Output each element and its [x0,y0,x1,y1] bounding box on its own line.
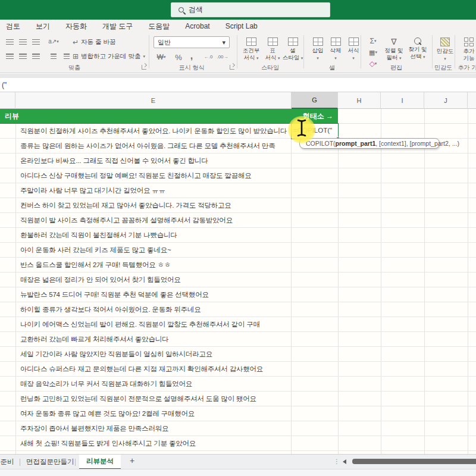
sheet-tab-review-analysis[interactable]: 리뷰분석 [79,455,121,469]
sheet-tab-partial[interactable]: 사준비 [0,455,14,469]
column-header-k[interactable] [468,92,476,109]
ribbon: a↗▾ ↵ 자동 줄 바꿈 ⊞ 병합하고 가운데 맞춤 ▾ 맞춤 일반▾ ₩▾ … [0,33,476,73]
column-headers: E G H I J [0,92,476,109]
review-row[interactable]: 직원분이 친절하게 사이즈 추천해주셔서 좋았어요. 나이키 운동화 할인도 많… [0,124,476,139]
merge-center-icon: ⊞ [73,53,79,60]
autosum-button[interactable]: Σ▾ [364,36,382,46]
column-header-i[interactable]: I [381,92,424,109]
conditional-formatting-button[interactable]: 조건부서식 ▾ [240,37,262,61]
review-cell-text: 아이 운동화 사러 갔는데 키즈 제품도 많고 좋네요~ [20,246,171,255]
review-cell-text: 환불하러 갔는데 직원이 불친절해서 기분 나빴습니다 [20,231,177,240]
increase-indent-button[interactable] [61,51,73,61]
sensitivity-button[interactable]: 민감도▾ [434,37,456,62]
review-row[interactable]: 세일 기간이라 사람 많았지만 직원분들이 열심히 일하시더라고요 [0,347,476,362]
merge-center-button[interactable]: ⊞ 병합하고 가운데 맞춤 ▾ [73,52,145,61]
formula-bar[interactable]: (" [0,78,476,92]
addins-icon [464,37,474,46]
review-row[interactable]: 아디다스 슈퍼스타 재고 문의했는데 다른 지점 재고까지 확인해주셔서 감사했… [0,362,476,377]
format-as-table-icon [268,37,278,46]
delete-cells-icon [331,37,341,46]
review-cell-text: 매장은 넓은데 정리가 안 되어 있어서 찾기 힘들었어요 [20,275,181,284]
group-label-styles: 스타일 [261,64,279,72]
column-header-e[interactable]: E [15,92,292,109]
fill-button[interactable]: ▦▾ [364,47,382,58]
conditional-formatting-icon [246,37,256,46]
align-middle-button[interactable] [17,36,29,47]
align-top-button[interactable] [4,36,15,47]
align-left-button[interactable] [4,51,15,61]
group-label-number: 표시 형식 [179,64,205,72]
wrap-text-button[interactable]: ↵ 자동 줄 바꿈 [73,38,115,46]
wrap-text-icon: ↵ [73,39,79,46]
formula-bar-text: (" [0,81,7,89]
review-row[interactable]: 주차장이 좁아서 불편했지만 제품은 만족스러워요 [0,421,476,436]
accounting-format-button[interactable]: ₩▾ [154,52,169,62]
ribbon-tab-6[interactable]: Script Lab [226,22,258,30]
review-row[interactable]: 매장 음악소리가 너무 커서 직원분과 대화하기 힘들었어요 [0,377,476,392]
review-cell-text: 매장 음악소리가 너무 커서 직원분과 대화하기 힘들었어요 [20,380,192,389]
cell-styles-button[interactable]: 셀스타일 ▾ [282,37,303,61]
ribbon-tab-2[interactable]: 자동화 [65,21,87,32]
review-row[interactable]: 반스 올드스쿨 할인해서 2개 구매! 득템했어요 ㅎㅎ [0,258,476,273]
number-format-dropdown[interactable]: 일반▾ [154,36,230,48]
review-row[interactable]: 하이힐 종류가 생각보다 적어서 아쉬웠어요. 운동화 위주네요 [0,302,476,317]
status-bar [0,469,476,476]
group-label-sensitivity: 민감도 [434,64,452,72]
table-header-empty[interactable] [338,109,476,124]
hscroll-left-arrow[interactable] [343,459,346,464]
ribbon-tab-0[interactable]: 검토 [6,21,20,32]
review-row[interactable]: 런닝화 고민하고 있었는데 직원분이 전문적으로 설명해주셔서 도움 많이 됐어… [0,392,476,406]
ribbon-tab-4[interactable]: 도움말 [148,21,170,32]
add-sheet-button[interactable]: + [130,456,134,465]
ribbon-tab-5[interactable]: Acrobat [185,22,209,30]
sheet-tab-bar: 사준비 면접질문만들기 리뷰분석 + ⋮ [0,454,476,469]
decrease-indent-button[interactable] [48,51,60,61]
percent-style-button[interactable]: % [173,52,184,62]
decrease-decimal-button[interactable]: .00→ [215,52,230,62]
sheet-tab-interview[interactable]: 면접질문만들기 [26,455,74,469]
review-row[interactable]: 컨버스 하이 찾고 있었는데 재고 많아서 좋았습니다. 가격도 적당하고요 [0,198,476,213]
review-cell-text: 여자 운동화 종류 많고 예쁜 것도 많아요! 2켤레 구매했어요 [20,409,195,418]
search-input[interactable]: 검색 [171,2,330,17]
review-row[interactable]: 여자 운동화 종류 많고 예쁜 것도 많아요! 2켤레 구매했어요 [0,406,476,421]
column-header-j[interactable]: J [424,92,468,109]
review-row[interactable]: 나이키 에어맥스 신었는데 발이 편해요. 직원분이 깔창도 추천해주셔서 같이… [0,317,476,332]
column-header-h[interactable]: H [338,92,381,109]
scrollbar-resize-handle[interactable]: ⋮ [334,458,340,465]
align-right-button[interactable] [30,51,42,61]
review-row[interactable]: 매장은 넓은데 정리가 안 되어 있어서 찾기 힘들었어요 [0,273,476,287]
ribbon-tab-3[interactable]: 개발 도구 [102,21,133,32]
comma-style-button[interactable]: , [186,51,198,61]
align-center-button[interactable] [17,51,29,61]
ribbon-tab-1[interactable]: 보기 [36,21,50,32]
review-row[interactable]: 직원분이 발 사이즈 측정해주시고 꼼꼼하게 설명해주셔서 감동받았어요 [0,213,476,228]
alignment-dialog-launcher[interactable] [142,65,146,70]
review-row[interactable]: 아이 운동화 사러 갔는데 키즈 제품도 많고 좋네요~ [0,243,476,258]
number-dialog-launcher[interactable] [230,65,234,70]
hscroll-thumb[interactable] [352,459,476,464]
format-as-table-button[interactable]: 표서식 ▾ [262,37,283,61]
align-bottom-button[interactable] [30,36,42,47]
review-row[interactable]: 주말이라 사람 너무 많고 대기시간 길었어요 ㅠㅠ [0,183,476,198]
review-cell-text: 종류는 많은데 원하는 사이즈가 없어서 아쉬웠음. 그래도 다른 모델 추천해… [20,142,275,151]
review-cell-text: 하이힐 종류가 생각보다 적어서 아쉬웠어요. 운동화 위주네요 [20,305,201,314]
review-row[interactable]: 새해 첫 쇼핑! 직원분들도 밝게 인사해주시고 기분 좋았어요 [0,436,476,451]
review-row[interactable]: 뉴발란스 574 드디어 구매! 직원분 추천 덕분에 좋은 선택했어요 [0,287,476,302]
sort-filter-button[interactable]: ∇ 정렬 및필터 ▾ [383,37,405,61]
review-cell-text: 나이키 에어맥스 신었는데 발이 편해요. 직원분이 깔창도 추천해주셔서 같이… [20,320,260,329]
addins-button[interactable]: 추가기능 [458,37,476,62]
find-select-button[interactable]: 찾기 및선택 ▾ [407,37,428,60]
increase-decimal-button[interactable]: ←.0 [201,52,215,62]
orientation-button[interactable]: a↗▾ [48,36,60,47]
column-header-g[interactable]: G [292,92,338,109]
review-cell-text: 직원분이 발 사이즈 측정해주시고 꼼꼼하게 설명해주셔서 감동받았어요 [20,216,233,225]
column-header-d[interactable] [0,92,15,109]
review-row[interactable]: 온라인보다 비싸요... 그래도 직접 신어볼 수 있어서 좋긴 합니다 [0,154,476,168]
review-row[interactable]: 아디다스 신상 구매했는데 정말 예뻐요! 직원분도 친절하시고 매장도 깔끔해… [0,168,476,183]
review-cell-text: 반스 올드스쿨 할인해서 2개 구매! 득템했어요 ㅎㅎ [20,261,171,270]
review-row[interactable]: 교환하러 갔는데 빠르게 처리해주셔서 좋았습니다 [0,332,476,347]
clear-button[interactable]: ◇▾ [364,58,382,69]
review-cell-text: 아디다스 슈퍼스타 재고 문의했는데 다른 지점 재고까지 확인해주셔서 감사했… [20,365,263,374]
table-header-green[interactable]: 리뷰 형태소 → [0,109,338,124]
review-row[interactable]: 환불하러 갔는데 직원이 불친절해서 기분 나빴습니다 [0,228,476,243]
